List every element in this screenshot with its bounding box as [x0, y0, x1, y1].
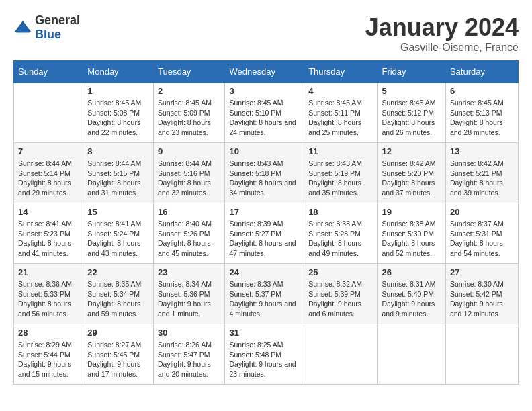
- calendar-cell: 11Sunrise: 8:43 AMSunset: 5:19 PMDayligh…: [304, 143, 378, 203]
- day-number: 26: [382, 267, 441, 277]
- day-number: 19: [382, 207, 441, 217]
- calendar-cell: 1Sunrise: 8:45 AMSunset: 5:08 PMDaylight…: [83, 83, 154, 143]
- header-day-monday: Monday: [83, 61, 154, 83]
- day-number: 1: [87, 86, 149, 96]
- calendar-cell: 7Sunrise: 8:44 AMSunset: 5:14 PMDaylight…: [14, 143, 83, 203]
- header: General Blue January 2024 Gasville-Oisem…: [13, 13, 519, 54]
- calendar-cell: 4Sunrise: 8:45 AMSunset: 5:11 PMDaylight…: [304, 83, 378, 143]
- day-info: Sunrise: 8:45 AMSunset: 5:08 PMDaylight:…: [87, 98, 149, 138]
- day-info: Sunrise: 8:44 AMSunset: 5:14 PMDaylight:…: [18, 158, 79, 198]
- day-info: Sunrise: 8:33 AMSunset: 5:37 PMDaylight:…: [229, 279, 300, 319]
- day-info: Sunrise: 8:36 AMSunset: 5:33 PMDaylight:…: [18, 279, 79, 319]
- day-number: 18: [308, 207, 373, 217]
- day-info: Sunrise: 8:43 AMSunset: 5:18 PMDaylight:…: [229, 158, 300, 198]
- week-row-4: 21Sunrise: 8:36 AMSunset: 5:33 PMDayligh…: [14, 264, 519, 324]
- day-number: 3: [229, 86, 300, 96]
- day-number: 27: [450, 267, 514, 277]
- logo-text: General Blue: [35, 13, 80, 42]
- title-section: January 2024 Gasville-Oiseme, France: [365, 13, 519, 54]
- day-number: 22: [87, 267, 149, 277]
- calendar-cell: 3Sunrise: 8:45 AMSunset: 5:10 PMDaylight…: [225, 83, 304, 143]
- calendar-cell: 9Sunrise: 8:44 AMSunset: 5:16 PMDaylight…: [153, 143, 224, 203]
- calendar-subtitle: Gasville-Oiseme, France: [365, 42, 519, 54]
- calendar-cell: 10Sunrise: 8:43 AMSunset: 5:18 PMDayligh…: [225, 143, 304, 203]
- day-number: 21: [18, 267, 79, 277]
- calendar-cell: 8Sunrise: 8:44 AMSunset: 5:15 PMDaylight…: [83, 143, 154, 203]
- logo-general: General: [35, 13, 80, 27]
- day-info: Sunrise: 8:45 AMSunset: 5:09 PMDaylight:…: [158, 98, 220, 138]
- day-number: 2: [158, 86, 220, 96]
- day-number: 16: [158, 207, 220, 217]
- calendar-cell: 29Sunrise: 8:27 AMSunset: 5:45 PMDayligh…: [83, 324, 154, 385]
- header-day-wednesday: Wednesday: [225, 61, 304, 83]
- calendar-cell: 24Sunrise: 8:33 AMSunset: 5:37 PMDayligh…: [225, 264, 304, 324]
- calendar-cell: 25Sunrise: 8:32 AMSunset: 5:39 PMDayligh…: [304, 264, 378, 324]
- calendar-cell: [14, 83, 83, 143]
- calendar-cell: 27Sunrise: 8:30 AMSunset: 5:42 PMDayligh…: [445, 264, 518, 324]
- day-info: Sunrise: 8:42 AMSunset: 5:21 PMDaylight:…: [450, 158, 514, 198]
- week-row-3: 14Sunrise: 8:41 AMSunset: 5:23 PMDayligh…: [14, 203, 519, 264]
- day-info: Sunrise: 8:41 AMSunset: 5:23 PMDaylight:…: [18, 219, 79, 259]
- day-info: Sunrise: 8:37 AMSunset: 5:31 PMDaylight:…: [450, 219, 514, 259]
- day-info: Sunrise: 8:39 AMSunset: 5:27 PMDaylight:…: [229, 219, 300, 259]
- calendar-cell: 12Sunrise: 8:42 AMSunset: 5:20 PMDayligh…: [378, 143, 445, 203]
- day-info: Sunrise: 8:32 AMSunset: 5:39 PMDaylight:…: [308, 279, 373, 319]
- day-info: Sunrise: 8:44 AMSunset: 5:15 PMDaylight:…: [87, 158, 149, 198]
- header-day-saturday: Saturday: [445, 61, 518, 83]
- day-number: 23: [158, 267, 220, 277]
- day-info: Sunrise: 8:44 AMSunset: 5:16 PMDaylight:…: [158, 158, 220, 198]
- calendar-cell: 6Sunrise: 8:45 AMSunset: 5:13 PMDaylight…: [445, 83, 518, 143]
- day-number: 14: [18, 207, 79, 217]
- day-info: Sunrise: 8:30 AMSunset: 5:42 PMDaylight:…: [450, 279, 514, 319]
- header-day-thursday: Thursday: [304, 61, 378, 83]
- calendar-cell: 31Sunrise: 8:25 AMSunset: 5:48 PMDayligh…: [225, 324, 304, 385]
- calendar-cell: [304, 324, 378, 385]
- logo: General Blue: [13, 13, 80, 42]
- calendar-cell: 21Sunrise: 8:36 AMSunset: 5:33 PMDayligh…: [14, 264, 83, 324]
- week-row-2: 7Sunrise: 8:44 AMSunset: 5:14 PMDaylight…: [14, 143, 519, 203]
- day-number: 13: [450, 146, 514, 156]
- day-info: Sunrise: 8:41 AMSunset: 5:24 PMDaylight:…: [87, 219, 149, 259]
- day-info: Sunrise: 8:45 AMSunset: 5:11 PMDaylight:…: [308, 98, 373, 138]
- week-row-5: 28Sunrise: 8:29 AMSunset: 5:44 PMDayligh…: [14, 324, 519, 385]
- day-info: Sunrise: 8:34 AMSunset: 5:36 PMDaylight:…: [158, 279, 220, 319]
- day-info: Sunrise: 8:27 AMSunset: 5:45 PMDaylight:…: [87, 340, 149, 379]
- day-number: 6: [450, 86, 514, 96]
- day-info: Sunrise: 8:25 AMSunset: 5:48 PMDaylight:…: [229, 340, 300, 379]
- day-number: 5: [382, 86, 441, 96]
- day-number: 4: [308, 86, 373, 96]
- calendar-cell: 26Sunrise: 8:31 AMSunset: 5:40 PMDayligh…: [378, 264, 445, 324]
- day-info: Sunrise: 8:45 AMSunset: 5:12 PMDaylight:…: [382, 98, 441, 138]
- day-number: 28: [18, 328, 79, 338]
- day-info: Sunrise: 8:45 AMSunset: 5:10 PMDaylight:…: [229, 98, 300, 138]
- day-info: Sunrise: 8:45 AMSunset: 5:13 PMDaylight:…: [450, 98, 514, 138]
- calendar-cell: 20Sunrise: 8:37 AMSunset: 5:31 PMDayligh…: [445, 203, 518, 264]
- calendar-cell: 22Sunrise: 8:35 AMSunset: 5:34 PMDayligh…: [83, 264, 154, 324]
- calendar-cell: 23Sunrise: 8:34 AMSunset: 5:36 PMDayligh…: [153, 264, 224, 324]
- day-number: 7: [18, 146, 79, 156]
- day-number: 10: [229, 146, 300, 156]
- day-info: Sunrise: 8:42 AMSunset: 5:20 PMDaylight:…: [382, 158, 441, 198]
- week-row-1: 1Sunrise: 8:45 AMSunset: 5:08 PMDaylight…: [14, 83, 519, 143]
- day-number: 11: [308, 146, 373, 156]
- calendar-cell: 30Sunrise: 8:26 AMSunset: 5:47 PMDayligh…: [153, 324, 224, 385]
- calendar-cell: 18Sunrise: 8:38 AMSunset: 5:28 PMDayligh…: [304, 203, 378, 264]
- day-number: 20: [450, 207, 514, 217]
- calendar-cell: 5Sunrise: 8:45 AMSunset: 5:12 PMDaylight…: [378, 83, 445, 143]
- logo-blue: Blue: [35, 28, 61, 41]
- header-row: SundayMondayTuesdayWednesdayThursdayFrid…: [14, 61, 519, 83]
- day-info: Sunrise: 8:31 AMSunset: 5:40 PMDaylight:…: [382, 279, 441, 319]
- day-number: 8: [87, 146, 149, 156]
- day-info: Sunrise: 8:38 AMSunset: 5:28 PMDaylight:…: [308, 219, 373, 259]
- day-number: 15: [87, 207, 149, 217]
- calendar-cell: 19Sunrise: 8:38 AMSunset: 5:30 PMDayligh…: [378, 203, 445, 264]
- day-number: 12: [382, 146, 441, 156]
- day-info: Sunrise: 8:38 AMSunset: 5:30 PMDaylight:…: [382, 219, 441, 259]
- day-info: Sunrise: 8:29 AMSunset: 5:44 PMDaylight:…: [18, 340, 79, 379]
- calendar-title: January 2024: [365, 13, 519, 42]
- calendar-cell: [445, 324, 518, 385]
- day-number: 31: [229, 328, 300, 338]
- day-number: 17: [229, 207, 300, 217]
- calendar-cell: 15Sunrise: 8:41 AMSunset: 5:24 PMDayligh…: [83, 203, 154, 264]
- calendar-cell: 14Sunrise: 8:41 AMSunset: 5:23 PMDayligh…: [14, 203, 83, 264]
